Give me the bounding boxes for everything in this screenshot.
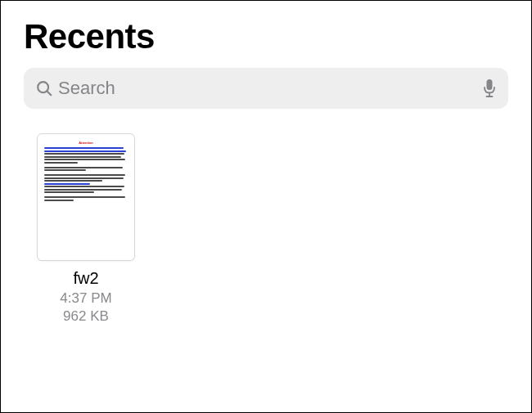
page-title: Recents bbox=[24, 17, 508, 56]
mic-icon[interactable] bbox=[482, 79, 497, 98]
file-item[interactable]: Attention bbox=[34, 133, 138, 325]
search-input[interactable] bbox=[58, 78, 482, 99]
svg-line-1 bbox=[47, 91, 51, 95]
doc-preview-heading: Attention bbox=[44, 141, 128, 145]
file-time: 4:37 PM bbox=[60, 290, 111, 308]
file-name: fw2 bbox=[73, 269, 98, 288]
files-grid: Attention bbox=[24, 133, 508, 325]
file-size: 962 KB bbox=[63, 308, 109, 325]
search-bar[interactable] bbox=[24, 68, 508, 109]
file-thumbnail: Attention bbox=[37, 133, 135, 261]
search-icon bbox=[35, 79, 53, 97]
svg-rect-2 bbox=[487, 79, 493, 90]
